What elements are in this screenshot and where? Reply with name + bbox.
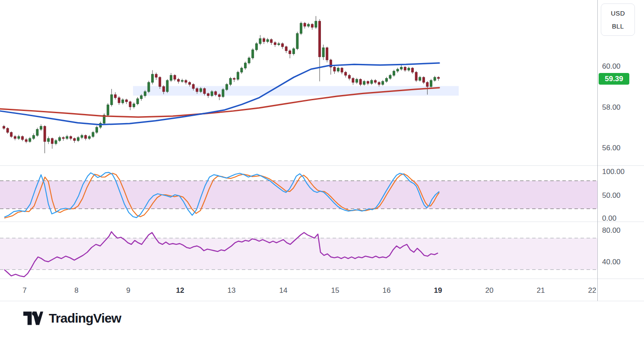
candle-up xyxy=(81,136,83,138)
candle-down xyxy=(378,82,380,85)
candle-down xyxy=(341,68,343,72)
time-axis-label: 15 xyxy=(331,286,339,295)
price-axis-label: 56.00 xyxy=(602,144,621,152)
rsi-band xyxy=(0,238,598,269)
candle-up xyxy=(292,49,295,54)
candle-down xyxy=(51,139,53,144)
candle-down xyxy=(174,75,176,79)
candle-down xyxy=(178,79,180,82)
candle-down xyxy=(215,92,217,95)
stoch-band xyxy=(0,181,598,209)
time-axis-label: 16 xyxy=(383,286,391,295)
candle-down xyxy=(438,77,440,79)
candle-down xyxy=(412,68,414,72)
candle-down xyxy=(44,126,46,141)
candle-down xyxy=(282,44,284,47)
candle-up xyxy=(96,127,98,133)
candle-up xyxy=(393,71,395,76)
candle-up xyxy=(363,81,365,84)
candle-down xyxy=(162,86,165,92)
candle-up xyxy=(266,40,269,42)
time-axis-label: 9 xyxy=(126,286,130,295)
candle-down xyxy=(10,133,13,137)
candle-up xyxy=(181,80,183,81)
candle-down xyxy=(192,85,194,89)
time-axis-label: 21 xyxy=(537,286,545,295)
candle-up xyxy=(400,67,403,69)
candle-up xyxy=(322,48,324,57)
candle-down xyxy=(125,100,127,102)
candle-down xyxy=(270,40,273,43)
time-axis-label: 22 xyxy=(588,286,596,295)
candle-up xyxy=(18,136,20,139)
candle-down xyxy=(189,82,191,85)
candle-up xyxy=(36,130,38,136)
candle-down xyxy=(14,136,16,139)
candle-up xyxy=(229,78,232,84)
candle-down xyxy=(345,72,347,75)
candle-up xyxy=(337,68,339,71)
candle-up xyxy=(252,50,254,58)
last-price-badge: 59.39 xyxy=(599,73,629,85)
time-axis-label: 13 xyxy=(228,286,236,295)
candle-up xyxy=(308,24,310,26)
candle-up xyxy=(255,44,257,50)
stoch-axis-label: 100.00 xyxy=(602,168,625,176)
currency-label: USD xyxy=(611,10,625,17)
tradingview-logo[interactable]: TradingView xyxy=(23,311,121,326)
candle-up xyxy=(59,137,61,140)
tradingview-logo-text: TradingView xyxy=(49,311,121,326)
price-axis-label: 60.00 xyxy=(602,62,621,70)
candle-up xyxy=(389,75,391,78)
candle-down xyxy=(3,126,5,128)
candle-up xyxy=(66,136,68,139)
candle-up xyxy=(166,80,168,92)
candle-down xyxy=(333,67,336,71)
candle-down xyxy=(326,48,328,60)
candle-down xyxy=(25,139,27,142)
support-zone xyxy=(133,86,459,95)
time-axis-label: 14 xyxy=(279,286,288,295)
candle-up xyxy=(248,58,250,63)
stoch-axis-label: 50.00 xyxy=(602,191,621,200)
tradingview-logo-icon xyxy=(23,311,43,325)
candle-down xyxy=(319,21,321,57)
candle-down xyxy=(114,95,117,98)
candle-down xyxy=(426,82,428,87)
candle-up xyxy=(241,68,243,72)
candle-down xyxy=(70,136,72,139)
candle-up xyxy=(356,79,358,82)
candle-down xyxy=(196,89,198,92)
candle-down xyxy=(6,128,9,133)
candle-down xyxy=(274,43,276,45)
candle-up xyxy=(226,85,228,90)
candle-up xyxy=(278,44,280,44)
unit-label: BLL xyxy=(612,22,624,30)
candle-up xyxy=(382,81,384,84)
candle-up xyxy=(244,63,247,68)
candle-up xyxy=(107,105,109,115)
candle-up xyxy=(152,74,154,82)
time-axis-label: 7 xyxy=(22,286,26,295)
candle-up xyxy=(222,89,224,97)
time-axis-label: 12 xyxy=(176,286,184,295)
candle-down xyxy=(118,98,120,103)
candle-up xyxy=(430,80,432,86)
time-axis-label: 19 xyxy=(434,286,442,295)
candle-down xyxy=(218,95,220,97)
candle-up xyxy=(92,133,94,137)
candle-up xyxy=(408,68,410,70)
candle-up xyxy=(133,104,135,107)
candle-up xyxy=(259,38,261,44)
candle-up xyxy=(200,89,202,92)
candle-down xyxy=(404,67,406,70)
candle-up xyxy=(315,21,317,27)
candle-down xyxy=(73,139,76,141)
candle-up xyxy=(296,33,298,48)
chart-canvas[interactable]: 60.0058.0056.00100.0050.000.0080.0040.00… xyxy=(0,0,644,301)
time-axis-label: 20 xyxy=(485,286,494,295)
price-scale-unit-box[interactable]: USD BLL xyxy=(601,3,635,36)
candle-up xyxy=(32,136,35,139)
candle-down xyxy=(415,72,417,80)
candle-down xyxy=(367,81,369,83)
